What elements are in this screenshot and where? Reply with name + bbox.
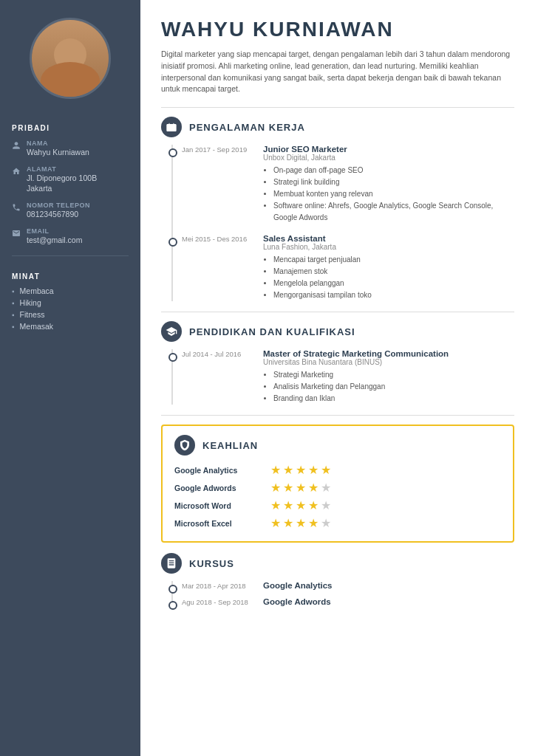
- skill-stars-0: ★ ★ ★ ★ ★: [270, 463, 331, 477]
- bullet: Analisis Marketing dan Pelanggan: [273, 381, 449, 393]
- minat-hiking: Hiking: [0, 297, 140, 309]
- skill-stars-1: ★ ★ ★ ★ ★: [270, 481, 331, 495]
- entry2-title: Sales Assistant: [263, 234, 372, 243]
- skill-row-2: Microsoft Word ★ ★ ★ ★ ★: [174, 498, 501, 512]
- avatar-image: [32, 18, 109, 99]
- entry1-title: Junior SEO Marketer: [263, 145, 514, 154]
- divider-1: [161, 312, 514, 312]
- entry2-date: Mei 2015 - Des 2016: [182, 234, 253, 301]
- skills-icon: [174, 435, 195, 456]
- minat-membaca: Membaca: [0, 285, 140, 297]
- star: ★: [270, 463, 281, 477]
- pengalaman-timeline: Jan 2017 - Sep 2019 Junior SEO Marketer …: [171, 145, 514, 301]
- email-icon: [12, 229, 21, 240]
- edu1-school: Universitas Bina Nusantara (BINUS): [263, 358, 449, 366]
- keahlian-title: KEAHLIAN: [202, 440, 258, 451]
- edu-entry-1: Jul 2014 - Jul 2016 Master of Strategic …: [182, 349, 514, 405]
- telepon-label: Nomor telepon: [27, 202, 90, 209]
- kursus-entry-1: Mar 2018 - Apr 2018 Google Analytics: [182, 581, 514, 590]
- skill-row-0: Google Analytics ★ ★ ★ ★ ★: [174, 463, 501, 477]
- star: ★: [296, 498, 306, 512]
- pendidikan-title: PENDIDIKAN DAN KUALIFIKASI: [189, 326, 355, 337]
- star: ★: [296, 516, 306, 530]
- kursus2-name: Google Adwords: [263, 597, 331, 606]
- section-pendidikan: PENDIDIKAN DAN KUALIFIKASI Jul 2014 - Ju…: [161, 321, 514, 405]
- star: ★: [308, 516, 318, 530]
- skill-row-3: Microsoft Excel ★ ★ ★ ★ ★: [174, 516, 501, 530]
- kursus-header: KURSUS: [161, 553, 514, 574]
- section-pengalaman: PENGALAMAN KERJA Jan 2017 - Sep 2019 Jun…: [161, 117, 514, 301]
- minat-fitness: Fitness: [0, 309, 140, 320]
- person-icon: [12, 141, 21, 152]
- bullet: Membuat konten yang relevan: [273, 188, 514, 200]
- sidebar-item-nama: Nama Wahyu Kurniawan: [0, 137, 140, 162]
- skill-name-3: Microsoft Excel: [174, 519, 270, 528]
- star: ★: [283, 498, 293, 512]
- nama-content: Nama Wahyu Kurniawan: [27, 140, 89, 158]
- briefcase-icon: [161, 117, 182, 137]
- bullet: Mengelola pelanggan: [273, 278, 372, 289]
- telepon-value: 081234567890: [27, 209, 90, 220]
- keahlian-header: KEAHLIAN: [174, 435, 501, 456]
- email-label: Email: [27, 227, 82, 235]
- email-value: test@gmail.com: [27, 235, 82, 246]
- kursus2-date: Agu 2018 - Sep 2018: [182, 597, 253, 606]
- skill-stars-2: ★ ★ ★ ★ ★: [270, 498, 331, 512]
- sidebar: PRIBADI Nama Wahyu Kurniawan Alamat Jl. …: [0, 0, 140, 756]
- candidate-name: WAHYU KURNIAWAN: [161, 18, 514, 41]
- pendidikan-header: PENDIDIKAN DAN KUALIFIKASI: [161, 321, 514, 342]
- sidebar-item-email: Email test@gmail.com: [0, 224, 140, 250]
- sidebar-item-alamat: Alamat Jl. Diponegoro 100BJakarta: [0, 162, 140, 199]
- star: ★: [308, 463, 318, 477]
- sidebar-divider-1: [12, 255, 129, 256]
- star: ★: [321, 463, 331, 477]
- section-kursus: KURSUS Mar 2018 - Apr 2018 Google Analyt…: [161, 553, 514, 606]
- nama-value: Wahyu Kurniawan: [27, 147, 89, 158]
- telepon-content: Nomor telepon 081234567890: [27, 202, 90, 220]
- kursus1-name: Google Analytics: [263, 581, 333, 590]
- bullet: Strategi Marketing: [273, 369, 449, 381]
- kursus-timeline: Mar 2018 - Apr 2018 Google Analytics Agu…: [171, 581, 514, 606]
- kursus-title: KURSUS: [189, 558, 234, 569]
- star: ★: [270, 481, 281, 495]
- bullet: Manajemen stok: [273, 266, 372, 278]
- star: ★: [296, 481, 306, 495]
- kursus1-date: Mar 2018 - Apr 2018: [182, 581, 253, 590]
- bullet: Mencapai target penjualan: [273, 254, 372, 266]
- star: ★: [296, 463, 306, 477]
- edu1-content: Master of Strategic Marketing Communicat…: [263, 349, 449, 405]
- star: ★: [283, 481, 293, 495]
- resume-wrapper: PRIBADI Nama Wahyu Kurniawan Alamat Jl. …: [0, 0, 535, 756]
- star: ★: [283, 463, 293, 477]
- edu1-degree: Master of Strategic Marketing Communicat…: [263, 349, 449, 358]
- star: ★: [270, 498, 281, 512]
- pendidikan-timeline: Jul 2014 - Jul 2016 Master of Strategic …: [171, 349, 514, 405]
- profile-photo-area: [0, 0, 140, 114]
- minat-title: MINAT: [0, 262, 140, 285]
- divider-2: [161, 415, 514, 416]
- skill-name-2: Microsoft Word: [174, 501, 270, 510]
- education-icon: [161, 321, 182, 342]
- pribadi-title: PRIBADI: [0, 114, 140, 137]
- bullet: On-page dan off-page SEO: [273, 165, 514, 176]
- entry2-company: Luna Fashion, Jakarta: [263, 243, 372, 251]
- alamat-label: Alamat: [27, 165, 97, 173]
- entry1-content: Junior SEO Marketer Unbox Digital, Jakar…: [263, 145, 514, 224]
- timeline-entry-1: Jan 2017 - Sep 2019 Junior SEO Marketer …: [182, 145, 514, 224]
- nama-label: Nama: [27, 140, 89, 147]
- kursus-icon: [161, 553, 182, 574]
- bullet: Branding dan Iklan: [273, 393, 449, 405]
- summary-text: Digital marketer yang siap mencapai targ…: [161, 49, 514, 95]
- entry1-company: Unbox Digital, Jakarta: [263, 154, 514, 162]
- skill-stars-3: ★ ★ ★ ★ ★: [270, 516, 331, 530]
- entry1-date: Jan 2017 - Sep 2019: [182, 145, 253, 224]
- phone-icon: [12, 203, 21, 214]
- pengalaman-title: PENGALAMAN KERJA: [189, 122, 305, 133]
- star-empty: ★: [321, 498, 331, 512]
- edu1-bullets: Strategi Marketing Analisis Marketing da…: [263, 369, 449, 405]
- minat-memasak: Memasak: [0, 320, 140, 332]
- timeline-entry-2: Mei 2015 - Des 2016 Sales Assistant Luna…: [182, 234, 514, 301]
- bullet: Mengorganisasi tampilan toko: [273, 289, 372, 301]
- divider-top: [161, 107, 514, 108]
- entry2-bullets: Mencapai target penjualan Manajemen stok…: [263, 254, 372, 301]
